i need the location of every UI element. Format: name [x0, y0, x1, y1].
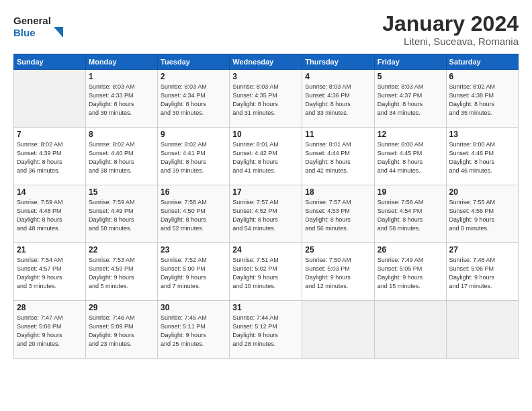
- day-number: 21: [17, 245, 83, 255]
- day-detail: Sunrise: 8:02 AMSunset: 4:38 PMDaylight:…: [449, 83, 515, 118]
- day-detail: Sunrise: 8:03 AMSunset: 4:36 PMDaylight:…: [305, 83, 371, 118]
- calendar-cell: 4Sunrise: 8:03 AMSunset: 4:36 PMDaylight…: [302, 70, 374, 128]
- col-friday: Friday: [374, 54, 446, 70]
- day-number: 3: [232, 72, 299, 81]
- calendar-cell: 26Sunrise: 7:49 AMSunset: 5:05 PMDayligh…: [374, 243, 446, 301]
- day-number: 7: [17, 130, 83, 139]
- calendar-cell: 14Sunrise: 7:59 AMSunset: 4:48 PMDayligh…: [14, 185, 86, 243]
- col-sunday: Sunday: [14, 54, 86, 70]
- day-detail: Sunrise: 8:02 AMSunset: 4:39 PMDaylight:…: [17, 140, 83, 175]
- calendar-cell: 29Sunrise: 7:46 AMSunset: 5:09 PMDayligh…: [86, 301, 158, 359]
- svg-marker-1: [54, 27, 63, 38]
- day-detail: Sunrise: 7:48 AMSunset: 5:06 PMDaylight:…: [449, 256, 515, 291]
- day-number: 4: [305, 72, 371, 81]
- calendar-cell: 15Sunrise: 7:59 AMSunset: 4:49 PMDayligh…: [86, 185, 158, 243]
- day-number: 14: [17, 187, 83, 197]
- day-number: 19: [378, 187, 443, 197]
- day-number: 16: [161, 187, 226, 197]
- day-number: 26: [378, 245, 443, 255]
- day-number: 20: [449, 187, 515, 197]
- day-detail: Sunrise: 8:03 AMSunset: 4:33 PMDaylight:…: [89, 83, 154, 118]
- svg-text:Blue: Blue: [13, 27, 36, 38]
- day-detail: Sunrise: 7:51 AMSunset: 5:02 PMDaylight:…: [232, 256, 299, 291]
- page: General Blue January 2024 Liteni, Suceav…: [0, 0, 532, 411]
- day-detail: Sunrise: 7:47 AMSunset: 5:08 PMDaylight:…: [17, 314, 83, 349]
- day-detail: Sunrise: 8:02 AMSunset: 4:41 PMDaylight:…: [161, 140, 226, 175]
- day-detail: Sunrise: 8:03 AMSunset: 4:34 PMDaylight:…: [161, 83, 226, 118]
- calendar-week-2: 7Sunrise: 8:02 AMSunset: 4:39 PMDaylight…: [14, 128, 519, 185]
- calendar-cell: 3Sunrise: 8:03 AMSunset: 4:35 PMDaylight…: [230, 70, 302, 128]
- day-number: 15: [89, 187, 154, 197]
- calendar-cell: [14, 70, 86, 128]
- calendar-cell: 28Sunrise: 7:47 AMSunset: 5:08 PMDayligh…: [14, 301, 86, 359]
- calendar-cell: 13Sunrise: 8:00 AMSunset: 4:46 PMDayligh…: [446, 128, 518, 185]
- svg-text:General: General: [13, 15, 51, 26]
- calendar-cell: 1Sunrise: 8:03 AMSunset: 4:33 PMDaylight…: [86, 70, 158, 128]
- day-number: 18: [305, 187, 371, 197]
- calendar-cell: 27Sunrise: 7:48 AMSunset: 5:06 PMDayligh…: [446, 243, 518, 301]
- day-detail: Sunrise: 7:57 AMSunset: 4:53 PMDaylight:…: [305, 198, 371, 233]
- logo-svg: General Blue: [13, 12, 74, 39]
- calendar-cell: 9Sunrise: 8:02 AMSunset: 4:41 PMDaylight…: [158, 128, 230, 185]
- day-number: 6: [449, 72, 515, 81]
- calendar-cell: 6Sunrise: 8:02 AMSunset: 4:38 PMDaylight…: [446, 70, 518, 128]
- day-number: 27: [449, 245, 515, 255]
- logo: General Blue: [13, 12, 74, 39]
- calendar-week-1: 1Sunrise: 8:03 AMSunset: 4:33 PMDaylight…: [14, 70, 519, 128]
- calendar-cell: [374, 301, 446, 359]
- col-tuesday: Tuesday: [158, 54, 230, 70]
- day-detail: Sunrise: 8:00 AMSunset: 4:45 PMDaylight:…: [378, 140, 443, 175]
- col-thursday: Thursday: [302, 54, 374, 70]
- calendar-title: January 2024: [382, 12, 519, 36]
- col-monday: Monday: [86, 54, 158, 70]
- day-detail: Sunrise: 8:01 AMSunset: 4:42 PMDaylight:…: [232, 140, 299, 175]
- day-number: 22: [89, 245, 154, 255]
- calendar-header-row: Sunday Monday Tuesday Wednesday Thursday…: [14, 54, 519, 70]
- calendar-cell: 12Sunrise: 8:00 AMSunset: 4:45 PMDayligh…: [374, 128, 446, 185]
- day-detail: Sunrise: 7:57 AMSunset: 4:52 PMDaylight:…: [232, 198, 299, 233]
- calendar-cell: 16Sunrise: 7:58 AMSunset: 4:50 PMDayligh…: [158, 185, 230, 243]
- day-detail: Sunrise: 7:59 AMSunset: 4:48 PMDaylight:…: [17, 198, 83, 233]
- day-number: 2: [161, 72, 226, 81]
- day-detail: Sunrise: 8:03 AMSunset: 4:35 PMDaylight:…: [232, 83, 299, 118]
- day-number: 12: [378, 130, 443, 139]
- calendar-cell: 24Sunrise: 7:51 AMSunset: 5:02 PMDayligh…: [230, 243, 302, 301]
- day-number: 28: [17, 303, 83, 312]
- calendar-cell: 2Sunrise: 8:03 AMSunset: 4:34 PMDaylight…: [158, 70, 230, 128]
- calendar-week-4: 21Sunrise: 7:54 AMSunset: 4:57 PMDayligh…: [14, 243, 519, 301]
- calendar-cell: 8Sunrise: 8:02 AMSunset: 4:40 PMDaylight…: [86, 128, 158, 185]
- calendar-cell: 10Sunrise: 8:01 AMSunset: 4:42 PMDayligh…: [230, 128, 302, 185]
- day-detail: Sunrise: 7:55 AMSunset: 4:56 PMDaylight:…: [449, 198, 515, 233]
- calendar-subtitle: Liteni, Suceava, Romania: [382, 36, 519, 47]
- header: General Blue January 2024 Liteni, Suceav…: [13, 12, 519, 47]
- calendar-cell: 22Sunrise: 7:53 AMSunset: 4:59 PMDayligh…: [86, 243, 158, 301]
- day-detail: Sunrise: 7:49 AMSunset: 5:05 PMDaylight:…: [378, 256, 443, 291]
- day-number: 9: [161, 130, 226, 139]
- calendar-cell: 25Sunrise: 7:50 AMSunset: 5:03 PMDayligh…: [302, 243, 374, 301]
- calendar-cell: 19Sunrise: 7:56 AMSunset: 4:54 PMDayligh…: [374, 185, 446, 243]
- calendar-cell: 17Sunrise: 7:57 AMSunset: 4:52 PMDayligh…: [230, 185, 302, 243]
- day-detail: Sunrise: 7:56 AMSunset: 4:54 PMDaylight:…: [378, 198, 443, 233]
- day-number: 23: [161, 245, 226, 255]
- day-detail: Sunrise: 8:03 AMSunset: 4:37 PMDaylight:…: [378, 83, 443, 118]
- col-wednesday: Wednesday: [230, 54, 302, 70]
- day-detail: Sunrise: 7:59 AMSunset: 4:49 PMDaylight:…: [89, 198, 154, 233]
- day-detail: Sunrise: 7:44 AMSunset: 5:12 PMDaylight:…: [232, 314, 299, 349]
- col-saturday: Saturday: [446, 54, 518, 70]
- calendar-cell: 21Sunrise: 7:54 AMSunset: 4:57 PMDayligh…: [14, 243, 86, 301]
- day-number: 25: [305, 245, 371, 255]
- day-number: 17: [232, 187, 299, 197]
- day-number: 13: [449, 130, 515, 139]
- day-detail: Sunrise: 7:46 AMSunset: 5:09 PMDaylight:…: [89, 314, 154, 349]
- day-detail: Sunrise: 7:45 AMSunset: 5:11 PMDaylight:…: [161, 314, 226, 349]
- day-detail: Sunrise: 8:00 AMSunset: 4:46 PMDaylight:…: [449, 140, 515, 175]
- calendar-cell: 31Sunrise: 7:44 AMSunset: 5:12 PMDayligh…: [230, 301, 302, 359]
- calendar-table: Sunday Monday Tuesday Wednesday Thursday…: [13, 54, 519, 359]
- title-block: January 2024 Liteni, Suceava, Romania: [382, 12, 519, 47]
- calendar-cell: 23Sunrise: 7:52 AMSunset: 5:00 PMDayligh…: [158, 243, 230, 301]
- calendar-cell: [302, 301, 374, 359]
- calendar-cell: 7Sunrise: 8:02 AMSunset: 4:39 PMDaylight…: [14, 128, 86, 185]
- day-detail: Sunrise: 8:02 AMSunset: 4:40 PMDaylight:…: [89, 140, 154, 175]
- calendar-cell: 18Sunrise: 7:57 AMSunset: 4:53 PMDayligh…: [302, 185, 374, 243]
- calendar-cell: 5Sunrise: 8:03 AMSunset: 4:37 PMDaylight…: [374, 70, 446, 128]
